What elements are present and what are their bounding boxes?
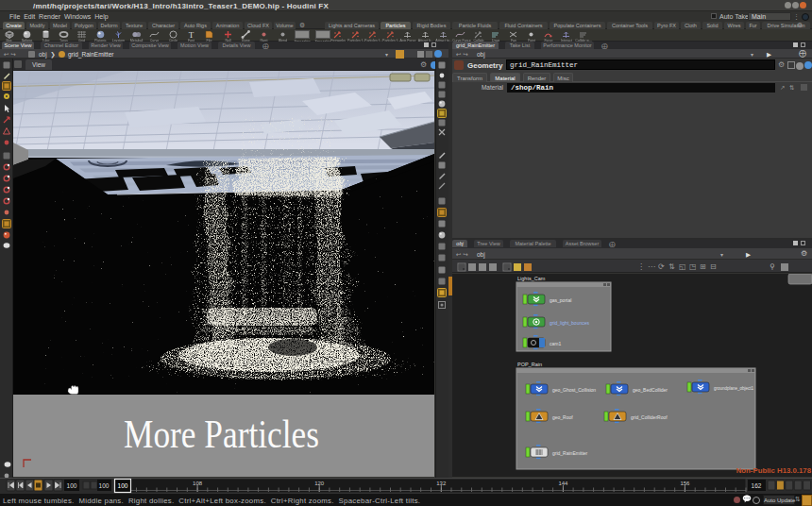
svg-text:100: 100: [99, 482, 110, 489]
svg-text:grid_light_bounces: grid_light_bounces: [550, 320, 589, 326]
svg-text:162: 162: [752, 482, 762, 489]
svg-text:gas_portal: gas_portal: [550, 297, 571, 303]
svg-text:geo_BedCollider: geo_BedCollider: [633, 387, 668, 393]
svg-text:cam1: cam1: [550, 341, 561, 346]
svg-text:grid_RainEmitter: grid_RainEmitter: [552, 450, 588, 456]
svg-text:geo_Ghost_Collision: geo_Ghost_Collision: [552, 387, 596, 393]
svg-text:POP_Rain: POP_Rain: [517, 362, 542, 367]
svg-text:grid_ColliderRoof: grid_ColliderRoof: [631, 414, 668, 420]
svg-text:geo_Roof: geo_Roof: [552, 414, 573, 420]
svg-text:Non-Public H13.0.178: Non-Public H13.0.178: [736, 466, 812, 475]
svg-text:More Particles: More Particles: [124, 413, 319, 456]
svg-text:groundplane_object1: groundplane_object1: [714, 385, 753, 391]
svg-text:100: 100: [67, 482, 77, 489]
svg-text:100: 100: [118, 482, 128, 489]
svg-text:Lights_Cam: Lights_Cam: [517, 276, 546, 281]
